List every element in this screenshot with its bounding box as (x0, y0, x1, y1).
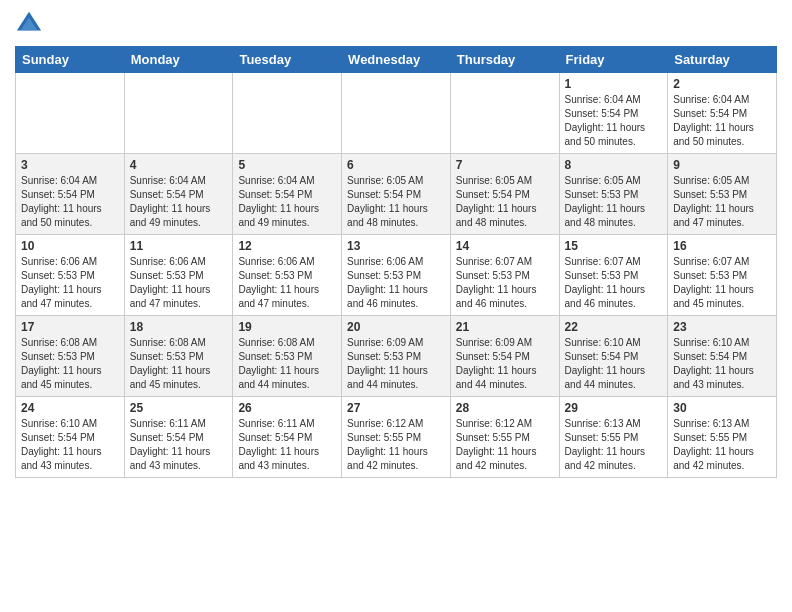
day-info: Sunrise: 6:10 AMSunset: 5:54 PMDaylight:… (21, 417, 119, 473)
day-number: 26 (238, 401, 336, 415)
day-number: 12 (238, 239, 336, 253)
day-number: 23 (673, 320, 771, 334)
week-row-2: 3Sunrise: 6:04 AMSunset: 5:54 PMDaylight… (16, 154, 777, 235)
day-number: 27 (347, 401, 445, 415)
day-info: Sunrise: 6:13 AMSunset: 5:55 PMDaylight:… (673, 417, 771, 473)
day-info: Sunrise: 6:13 AMSunset: 5:55 PMDaylight:… (565, 417, 663, 473)
day-cell (124, 73, 233, 154)
day-cell: 9Sunrise: 6:05 AMSunset: 5:53 PMDaylight… (668, 154, 777, 235)
day-info: Sunrise: 6:08 AMSunset: 5:53 PMDaylight:… (21, 336, 119, 392)
day-number: 28 (456, 401, 554, 415)
weekday-saturday: Saturday (668, 47, 777, 73)
day-cell: 24Sunrise: 6:10 AMSunset: 5:54 PMDayligh… (16, 397, 125, 478)
day-cell: 23Sunrise: 6:10 AMSunset: 5:54 PMDayligh… (668, 316, 777, 397)
day-cell: 12Sunrise: 6:06 AMSunset: 5:53 PMDayligh… (233, 235, 342, 316)
day-info: Sunrise: 6:06 AMSunset: 5:53 PMDaylight:… (130, 255, 228, 311)
weekday-thursday: Thursday (450, 47, 559, 73)
day-cell: 11Sunrise: 6:06 AMSunset: 5:53 PMDayligh… (124, 235, 233, 316)
day-info: Sunrise: 6:04 AMSunset: 5:54 PMDaylight:… (673, 93, 771, 149)
day-number: 15 (565, 239, 663, 253)
day-info: Sunrise: 6:05 AMSunset: 5:54 PMDaylight:… (347, 174, 445, 230)
day-cell: 4Sunrise: 6:04 AMSunset: 5:54 PMDaylight… (124, 154, 233, 235)
day-info: Sunrise: 6:06 AMSunset: 5:53 PMDaylight:… (347, 255, 445, 311)
week-row-1: 1Sunrise: 6:04 AMSunset: 5:54 PMDaylight… (16, 73, 777, 154)
day-number: 7 (456, 158, 554, 172)
weekday-sunday: Sunday (16, 47, 125, 73)
header (15, 10, 777, 38)
day-number: 9 (673, 158, 771, 172)
day-cell: 14Sunrise: 6:07 AMSunset: 5:53 PMDayligh… (450, 235, 559, 316)
day-info: Sunrise: 6:08 AMSunset: 5:53 PMDaylight:… (238, 336, 336, 392)
day-info: Sunrise: 6:09 AMSunset: 5:54 PMDaylight:… (456, 336, 554, 392)
day-info: Sunrise: 6:11 AMSunset: 5:54 PMDaylight:… (238, 417, 336, 473)
day-number: 13 (347, 239, 445, 253)
day-number: 22 (565, 320, 663, 334)
day-number: 20 (347, 320, 445, 334)
weekday-monday: Monday (124, 47, 233, 73)
weekday-friday: Friday (559, 47, 668, 73)
day-cell (450, 73, 559, 154)
day-info: Sunrise: 6:06 AMSunset: 5:53 PMDaylight:… (238, 255, 336, 311)
day-number: 21 (456, 320, 554, 334)
day-cell: 28Sunrise: 6:12 AMSunset: 5:55 PMDayligh… (450, 397, 559, 478)
day-cell: 7Sunrise: 6:05 AMSunset: 5:54 PMDaylight… (450, 154, 559, 235)
day-cell: 10Sunrise: 6:06 AMSunset: 5:53 PMDayligh… (16, 235, 125, 316)
day-cell: 20Sunrise: 6:09 AMSunset: 5:53 PMDayligh… (342, 316, 451, 397)
day-cell: 27Sunrise: 6:12 AMSunset: 5:55 PMDayligh… (342, 397, 451, 478)
logo-icon (15, 10, 43, 38)
page: SundayMondayTuesdayWednesdayThursdayFrid… (0, 0, 792, 493)
day-number: 30 (673, 401, 771, 415)
weekday-header-row: SundayMondayTuesdayWednesdayThursdayFrid… (16, 47, 777, 73)
day-cell (16, 73, 125, 154)
day-cell: 15Sunrise: 6:07 AMSunset: 5:53 PMDayligh… (559, 235, 668, 316)
day-cell: 21Sunrise: 6:09 AMSunset: 5:54 PMDayligh… (450, 316, 559, 397)
day-cell: 17Sunrise: 6:08 AMSunset: 5:53 PMDayligh… (16, 316, 125, 397)
day-info: Sunrise: 6:10 AMSunset: 5:54 PMDaylight:… (565, 336, 663, 392)
calendar-table: SundayMondayTuesdayWednesdayThursdayFrid… (15, 46, 777, 478)
day-cell (342, 73, 451, 154)
day-info: Sunrise: 6:08 AMSunset: 5:53 PMDaylight:… (130, 336, 228, 392)
day-info: Sunrise: 6:07 AMSunset: 5:53 PMDaylight:… (673, 255, 771, 311)
day-number: 10 (21, 239, 119, 253)
day-info: Sunrise: 6:05 AMSunset: 5:53 PMDaylight:… (565, 174, 663, 230)
weekday-tuesday: Tuesday (233, 47, 342, 73)
day-info: Sunrise: 6:05 AMSunset: 5:54 PMDaylight:… (456, 174, 554, 230)
day-number: 14 (456, 239, 554, 253)
day-number: 4 (130, 158, 228, 172)
day-cell: 25Sunrise: 6:11 AMSunset: 5:54 PMDayligh… (124, 397, 233, 478)
day-cell: 1Sunrise: 6:04 AMSunset: 5:54 PMDaylight… (559, 73, 668, 154)
day-number: 11 (130, 239, 228, 253)
day-info: Sunrise: 6:04 AMSunset: 5:54 PMDaylight:… (21, 174, 119, 230)
day-cell: 26Sunrise: 6:11 AMSunset: 5:54 PMDayligh… (233, 397, 342, 478)
day-cell: 2Sunrise: 6:04 AMSunset: 5:54 PMDaylight… (668, 73, 777, 154)
weekday-wednesday: Wednesday (342, 47, 451, 73)
calendar-header: SundayMondayTuesdayWednesdayThursdayFrid… (16, 47, 777, 73)
logo (15, 10, 47, 38)
day-info: Sunrise: 6:10 AMSunset: 5:54 PMDaylight:… (673, 336, 771, 392)
day-cell: 16Sunrise: 6:07 AMSunset: 5:53 PMDayligh… (668, 235, 777, 316)
day-cell (233, 73, 342, 154)
day-info: Sunrise: 6:12 AMSunset: 5:55 PMDaylight:… (347, 417, 445, 473)
day-cell: 22Sunrise: 6:10 AMSunset: 5:54 PMDayligh… (559, 316, 668, 397)
day-number: 25 (130, 401, 228, 415)
day-number: 3 (21, 158, 119, 172)
week-row-5: 24Sunrise: 6:10 AMSunset: 5:54 PMDayligh… (16, 397, 777, 478)
day-number: 1 (565, 77, 663, 91)
day-cell: 19Sunrise: 6:08 AMSunset: 5:53 PMDayligh… (233, 316, 342, 397)
week-row-3: 10Sunrise: 6:06 AMSunset: 5:53 PMDayligh… (16, 235, 777, 316)
day-cell: 13Sunrise: 6:06 AMSunset: 5:53 PMDayligh… (342, 235, 451, 316)
day-number: 5 (238, 158, 336, 172)
day-cell: 3Sunrise: 6:04 AMSunset: 5:54 PMDaylight… (16, 154, 125, 235)
day-number: 18 (130, 320, 228, 334)
day-number: 8 (565, 158, 663, 172)
day-info: Sunrise: 6:04 AMSunset: 5:54 PMDaylight:… (565, 93, 663, 149)
day-number: 16 (673, 239, 771, 253)
day-info: Sunrise: 6:12 AMSunset: 5:55 PMDaylight:… (456, 417, 554, 473)
day-number: 19 (238, 320, 336, 334)
day-info: Sunrise: 6:09 AMSunset: 5:53 PMDaylight:… (347, 336, 445, 392)
day-info: Sunrise: 6:07 AMSunset: 5:53 PMDaylight:… (565, 255, 663, 311)
day-cell: 8Sunrise: 6:05 AMSunset: 5:53 PMDaylight… (559, 154, 668, 235)
day-info: Sunrise: 6:04 AMSunset: 5:54 PMDaylight:… (238, 174, 336, 230)
day-info: Sunrise: 6:04 AMSunset: 5:54 PMDaylight:… (130, 174, 228, 230)
week-row-4: 17Sunrise: 6:08 AMSunset: 5:53 PMDayligh… (16, 316, 777, 397)
